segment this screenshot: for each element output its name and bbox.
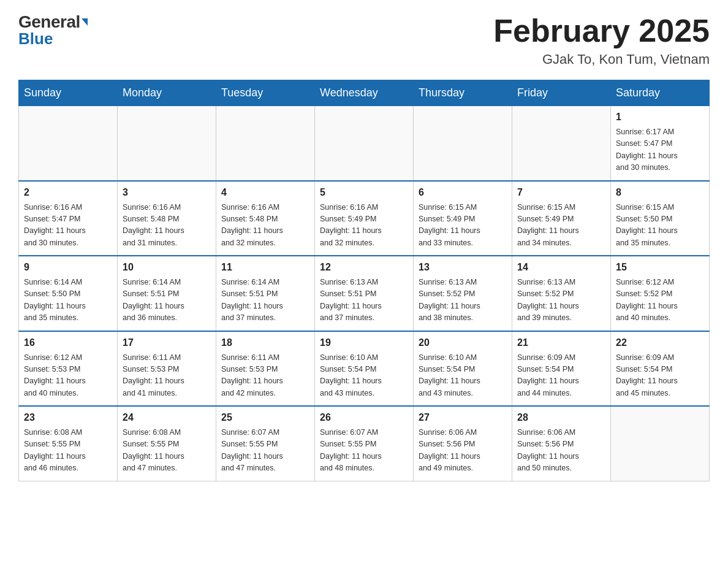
col-wednesday: Wednesday xyxy=(315,80,414,106)
day-info: Sunrise: 6:10 AM Sunset: 5:54 PM Dayligh… xyxy=(320,352,408,400)
calendar-cell-w3-d6: 15Sunrise: 6:12 AM Sunset: 5:52 PM Dayli… xyxy=(611,256,710,331)
day-number: 7 xyxy=(517,185,605,200)
col-friday: Friday xyxy=(512,80,611,106)
calendar-cell-w4-d1: 17Sunrise: 6:11 AM Sunset: 5:53 PM Dayli… xyxy=(118,331,216,407)
day-info: Sunrise: 6:15 AM Sunset: 5:49 PM Dayligh… xyxy=(517,202,605,250)
day-info: Sunrise: 6:16 AM Sunset: 5:48 PM Dayligh… xyxy=(123,202,211,250)
day-number: 22 xyxy=(616,335,704,350)
calendar-cell-w1-d3 xyxy=(315,106,414,181)
day-number: 28 xyxy=(517,410,605,425)
day-number: 23 xyxy=(24,410,112,425)
month-title: February 2025 xyxy=(493,12,710,49)
day-info: Sunrise: 6:16 AM Sunset: 5:49 PM Dayligh… xyxy=(320,202,408,250)
calendar-cell-w3-d1: 10Sunrise: 6:14 AM Sunset: 5:51 PM Dayli… xyxy=(118,256,216,331)
day-info: Sunrise: 6:14 AM Sunset: 5:50 PM Dayligh… xyxy=(24,277,112,324)
calendar-week-1: 1Sunrise: 6:17 AM Sunset: 5:47 PM Daylig… xyxy=(19,106,710,181)
day-number: 4 xyxy=(221,185,309,200)
day-info: Sunrise: 6:12 AM Sunset: 5:52 PM Dayligh… xyxy=(616,277,704,324)
calendar-cell-w4-d0: 16Sunrise: 6:12 AM Sunset: 5:53 PM Dayli… xyxy=(19,331,118,407)
day-info: Sunrise: 6:13 AM Sunset: 5:52 PM Dayligh… xyxy=(517,277,605,324)
day-number: 9 xyxy=(24,260,112,275)
calendar-cell-w3-d0: 9Sunrise: 6:14 AM Sunset: 5:50 PM Daylig… xyxy=(19,256,118,331)
calendar-cell-w2-d6: 8Sunrise: 6:15 AM Sunset: 5:50 PM Daylig… xyxy=(611,181,710,256)
day-info: Sunrise: 6:14 AM Sunset: 5:51 PM Dayligh… xyxy=(221,277,309,324)
day-info: Sunrise: 6:15 AM Sunset: 5:49 PM Dayligh… xyxy=(419,202,507,250)
day-info: Sunrise: 6:07 AM Sunset: 5:55 PM Dayligh… xyxy=(221,427,309,475)
calendar-week-5: 23Sunrise: 6:08 AM Sunset: 5:55 PM Dayli… xyxy=(19,406,710,481)
day-info: Sunrise: 6:09 AM Sunset: 5:54 PM Dayligh… xyxy=(616,352,704,400)
day-number: 13 xyxy=(419,260,507,275)
calendar-cell-w1-d4 xyxy=(414,106,512,181)
page-header: General Blue February 2025 GJak To, Kon … xyxy=(18,12,710,67)
day-info: Sunrise: 6:16 AM Sunset: 5:47 PM Dayligh… xyxy=(24,202,112,250)
day-info: Sunrise: 6:17 AM Sunset: 5:47 PM Dayligh… xyxy=(616,126,704,174)
day-number: 12 xyxy=(320,260,408,275)
calendar-cell-w4-d6: 22Sunrise: 6:09 AM Sunset: 5:54 PM Dayli… xyxy=(611,331,710,407)
calendar-cell-w2-d2: 4Sunrise: 6:16 AM Sunset: 5:48 PM Daylig… xyxy=(216,181,315,256)
day-info: Sunrise: 6:11 AM Sunset: 5:53 PM Dayligh… xyxy=(221,352,309,400)
day-number: 10 xyxy=(123,260,211,275)
day-number: 17 xyxy=(123,335,211,350)
day-info: Sunrise: 6:13 AM Sunset: 5:51 PM Dayligh… xyxy=(320,277,408,324)
day-info: Sunrise: 6:06 AM Sunset: 5:56 PM Dayligh… xyxy=(517,427,605,475)
day-number: 15 xyxy=(616,260,704,275)
col-saturday: Saturday xyxy=(611,80,710,106)
title-block: February 2025 GJak To, Kon Tum, Vietnam xyxy=(493,12,710,67)
day-number: 14 xyxy=(517,260,605,275)
col-thursday: Thursday xyxy=(414,80,512,106)
calendar-cell-w3-d2: 11Sunrise: 6:14 AM Sunset: 5:51 PM Dayli… xyxy=(216,256,315,331)
day-number: 27 xyxy=(419,410,507,425)
day-info: Sunrise: 6:16 AM Sunset: 5:48 PM Dayligh… xyxy=(221,202,309,250)
calendar-cell-w5-d2: 25Sunrise: 6:07 AM Sunset: 5:55 PM Dayli… xyxy=(216,406,315,481)
calendar-cell-w2-d3: 5Sunrise: 6:16 AM Sunset: 5:49 PM Daylig… xyxy=(315,181,414,256)
calendar-cell-w3-d4: 13Sunrise: 6:13 AM Sunset: 5:52 PM Dayli… xyxy=(414,256,512,331)
calendar-cell-w4-d2: 18Sunrise: 6:11 AM Sunset: 5:53 PM Dayli… xyxy=(216,331,315,407)
calendar-cell-w3-d5: 14Sunrise: 6:13 AM Sunset: 5:52 PM Dayli… xyxy=(512,256,611,331)
calendar-cell-w1-d6: 1Sunrise: 6:17 AM Sunset: 5:47 PM Daylig… xyxy=(611,106,710,181)
col-tuesday: Tuesday xyxy=(216,80,315,106)
calendar-cell-w5-d3: 26Sunrise: 6:07 AM Sunset: 5:55 PM Dayli… xyxy=(315,406,414,481)
day-info: Sunrise: 6:15 AM Sunset: 5:50 PM Dayligh… xyxy=(616,202,704,250)
day-number: 8 xyxy=(616,185,704,200)
day-number: 26 xyxy=(320,410,408,425)
calendar-cell-w5-d5: 28Sunrise: 6:06 AM Sunset: 5:56 PM Dayli… xyxy=(512,406,611,481)
day-info: Sunrise: 6:09 AM Sunset: 5:54 PM Dayligh… xyxy=(517,352,605,400)
calendar-header-row: Sunday Monday Tuesday Wednesday Thursday… xyxy=(19,80,710,106)
col-sunday: Sunday xyxy=(19,80,118,106)
day-info: Sunrise: 6:11 AM Sunset: 5:53 PM Dayligh… xyxy=(123,352,211,400)
logo: General Blue xyxy=(18,12,88,48)
day-number: 16 xyxy=(24,335,112,350)
logo-arrow-icon xyxy=(82,18,88,26)
day-info: Sunrise: 6:06 AM Sunset: 5:56 PM Dayligh… xyxy=(419,427,507,475)
day-number: 20 xyxy=(419,335,507,350)
calendar-cell-w1-d1 xyxy=(118,106,216,181)
day-info: Sunrise: 6:12 AM Sunset: 5:53 PM Dayligh… xyxy=(24,352,112,400)
calendar-cell-w4-d3: 19Sunrise: 6:10 AM Sunset: 5:54 PM Dayli… xyxy=(315,331,414,407)
day-info: Sunrise: 6:08 AM Sunset: 5:55 PM Dayligh… xyxy=(24,427,112,475)
calendar-week-2: 2Sunrise: 6:16 AM Sunset: 5:47 PM Daylig… xyxy=(19,181,710,256)
day-number: 18 xyxy=(221,335,309,350)
calendar-cell-w2-d0: 2Sunrise: 6:16 AM Sunset: 5:47 PM Daylig… xyxy=(19,181,118,256)
day-number: 25 xyxy=(221,410,309,425)
day-number: 19 xyxy=(320,335,408,350)
day-info: Sunrise: 6:07 AM Sunset: 5:55 PM Dayligh… xyxy=(320,427,408,475)
calendar-cell-w2-d4: 6Sunrise: 6:15 AM Sunset: 5:49 PM Daylig… xyxy=(414,181,512,256)
calendar-cell-w2-d1: 3Sunrise: 6:16 AM Sunset: 5:48 PM Daylig… xyxy=(118,181,216,256)
calendar-cell-w5-d4: 27Sunrise: 6:06 AM Sunset: 5:56 PM Dayli… xyxy=(414,406,512,481)
calendar-cell-w4-d5: 21Sunrise: 6:09 AM Sunset: 5:54 PM Dayli… xyxy=(512,331,611,407)
logo-blue-text: Blue xyxy=(18,29,53,48)
calendar-cell-w1-d2 xyxy=(216,106,315,181)
day-number: 6 xyxy=(419,185,507,200)
day-number: 5 xyxy=(320,185,408,200)
day-number: 2 xyxy=(24,185,112,200)
calendar-cell-w3-d3: 12Sunrise: 6:13 AM Sunset: 5:51 PM Dayli… xyxy=(315,256,414,331)
day-info: Sunrise: 6:13 AM Sunset: 5:52 PM Dayligh… xyxy=(419,277,507,324)
day-number: 24 xyxy=(123,410,211,425)
location-subtitle: GJak To, Kon Tum, Vietnam xyxy=(493,52,710,67)
day-info: Sunrise: 6:10 AM Sunset: 5:54 PM Dayligh… xyxy=(419,352,507,400)
calendar-cell-w2-d5: 7Sunrise: 6:15 AM Sunset: 5:49 PM Daylig… xyxy=(512,181,611,256)
day-number: 3 xyxy=(123,185,211,200)
day-info: Sunrise: 6:08 AM Sunset: 5:55 PM Dayligh… xyxy=(123,427,211,475)
day-number: 21 xyxy=(517,335,605,350)
calendar-table: Sunday Monday Tuesday Wednesday Thursday… xyxy=(18,80,710,481)
